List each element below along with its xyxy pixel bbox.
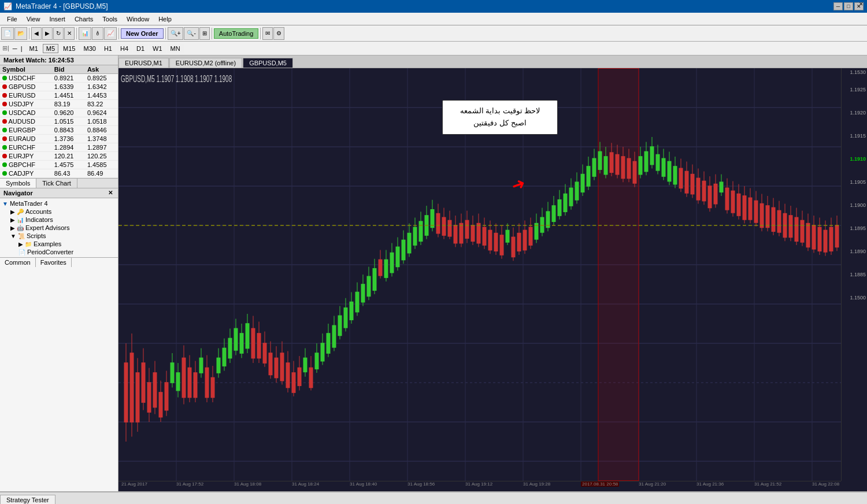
chart-tab-eurusd-m2[interactable]: EURUSD,M2 (offline) xyxy=(169,58,242,68)
accounts-folder-icon: 🔑 xyxy=(17,209,24,215)
symbol-cell: AUDUSD xyxy=(0,117,52,126)
tf-arrows-left: ⊞| xyxy=(2,45,9,52)
tf-m15[interactable]: M15 xyxy=(60,44,79,53)
bid-cell: 120.21 xyxy=(52,152,85,161)
col-bid: Bid xyxy=(52,65,85,74)
bid-cell: 86.43 xyxy=(52,169,85,178)
ask-cell: 1.2897 xyxy=(85,143,118,152)
time-label-highlighted: 2017.08.31 20:58 xyxy=(581,481,619,487)
market-table-row[interactable]: GBPUSD 1.6339 1.6342 xyxy=(0,83,118,91)
settings-button[interactable]: ⚙ xyxy=(273,27,284,40)
tf-w1[interactable]: W1 xyxy=(149,44,166,53)
strategy-tester-panel: Strategy Tester ✕ Expert Advisor: ▼ Expe… xyxy=(0,491,867,504)
tree-examples[interactable]: ▶ 📁 Examples xyxy=(17,240,117,248)
tree-accounts[interactable]: ▶ 🔑 Accounts xyxy=(9,207,117,216)
ask-cell: 0.8925 xyxy=(85,74,118,83)
menu-charts[interactable]: Charts xyxy=(70,14,98,24)
market-table-row[interactable]: AUDUSD 1.0515 1.0518 xyxy=(0,117,118,126)
ask-cell: 0.8846 xyxy=(85,126,118,135)
tf-h1[interactable]: H1 xyxy=(101,44,116,53)
zoom-in-button[interactable]: 🔍+ xyxy=(168,27,184,40)
bid-cell: 1.4451 xyxy=(52,91,85,100)
tree-label-period-converter: PeriodConverter xyxy=(27,249,73,255)
market-table-row[interactable]: USDCHF 0.8921 0.8925 xyxy=(0,74,118,83)
indicators-folder-icon: 📊 xyxy=(17,217,24,223)
price-label-1895: 1.1895 xyxy=(850,225,866,231)
symbol-cell: USDCAD xyxy=(0,109,52,117)
tree-period-converter[interactable]: 📄 PeriodConverter xyxy=(17,248,117,256)
maximize-button[interactable]: □ xyxy=(844,2,853,10)
zoom-out-button[interactable]: 🔍- xyxy=(184,27,198,40)
tab-favorites[interactable]: Favorites xyxy=(36,258,72,267)
market-table-row[interactable]: EURCHF 1.2894 1.2897 xyxy=(0,143,118,152)
new-order-button[interactable]: New Order xyxy=(121,28,164,39)
tree-label-scripts: Scripts xyxy=(27,232,46,239)
tab-common[interactable]: Common xyxy=(0,258,36,267)
menu-insert[interactable]: Insert xyxy=(45,14,70,24)
refresh-button[interactable]: ↻ xyxy=(53,27,64,40)
time-label-3: 31 Aug 18:08 xyxy=(234,481,261,487)
tester-close-button[interactable]: ✕ xyxy=(858,0,865,8)
minimize-button[interactable]: ─ xyxy=(833,2,843,10)
tf-mn[interactable]: MN xyxy=(167,44,184,53)
tf-m1[interactable]: M1 xyxy=(26,44,42,53)
tree-label-indicators: Indicators xyxy=(25,216,53,223)
market-table-row[interactable]: EURGBP 0.8843 0.8846 xyxy=(0,126,118,135)
chart-tab-gbpusd-m5[interactable]: GBPUSD,M5 xyxy=(243,58,293,68)
symbol-cell: USDJPY xyxy=(0,100,52,109)
market-table-row[interactable]: EURUSD 1.4451 1.4453 xyxy=(0,91,118,100)
price-label-1925: 1.1925 xyxy=(850,87,866,92)
tree-scripts[interactable]: ▼ 📜 Scripts xyxy=(9,232,117,240)
stop-button[interactable]: ✕ xyxy=(64,27,75,40)
candle-button[interactable]: 🕯 xyxy=(92,27,103,40)
window-title: MetaTrader 4 - [GBPUSD,M5] xyxy=(16,2,108,10)
tree-label-examples: Examples xyxy=(34,240,61,247)
menu-window[interactable]: Window xyxy=(122,14,154,24)
symbol-dot xyxy=(2,102,7,106)
autotrading-button[interactable]: AutoTrading xyxy=(214,28,259,39)
grid-button[interactable]: ⊞ xyxy=(199,27,210,40)
menu-view[interactable]: View xyxy=(22,14,45,24)
ask-cell: 1.3748 xyxy=(85,135,118,143)
tester-tab-label[interactable]: Strategy Tester xyxy=(0,495,55,504)
chart-bar-button[interactable]: 📊 xyxy=(79,27,91,40)
bid-cell: 0.8921 xyxy=(52,74,85,83)
ea-folder-icon: 🤖 xyxy=(17,225,24,231)
pc-icon: 📄 xyxy=(18,249,25,255)
time-label-2: 31 Aug 17:52 xyxy=(176,481,203,487)
tab-tick-chart[interactable]: Tick Chart xyxy=(36,179,77,188)
price-label-1530: 1.1530 xyxy=(850,69,866,75)
line-chart-button[interactable]: 📈 xyxy=(104,27,117,40)
mt4-icon: ▼ xyxy=(2,201,8,207)
chart-tab-eurusd-m1[interactable]: EURUSD,M1 xyxy=(118,58,169,68)
tf-h4[interactable]: H4 xyxy=(117,44,132,53)
market-table-row[interactable]: GBPCHF 1.4575 1.4585 xyxy=(0,161,118,169)
market-table-row[interactable]: EURAUD 1.3736 1.3748 xyxy=(0,135,118,143)
market-table-row[interactable]: USDJPY 83.19 83.22 xyxy=(0,100,118,109)
market-table-row[interactable]: CADJPY 86.43 86.49 xyxy=(0,169,118,178)
menu-tools[interactable]: Tools xyxy=(98,14,122,24)
symbol-cell: CADJPY xyxy=(0,169,52,178)
tf-m30[interactable]: M30 xyxy=(80,44,99,53)
tree-metatrader4[interactable]: ▼ MetaTrader 4 xyxy=(1,199,117,207)
tab-symbols[interactable]: Symbols xyxy=(0,179,36,188)
navigator-close-button[interactable]: ✕ xyxy=(106,190,114,197)
annotation-box: لاحظ توقيت بداية الشمعه اصبح كل دفيقتين xyxy=(442,100,558,135)
new-file-button[interactable]: 📄 xyxy=(1,27,14,40)
menu-file[interactable]: File xyxy=(2,14,22,24)
market-table-row[interactable]: EURJPY 120.21 120.25 xyxy=(0,152,118,161)
tree-expert-advisors[interactable]: ▶ 🤖 Expert Advisors xyxy=(9,224,117,232)
menu-help[interactable]: Help xyxy=(154,14,176,24)
line-tool[interactable]: ─ xyxy=(13,45,17,52)
market-table-row[interactable]: USDCAD 0.9620 0.9624 xyxy=(0,109,118,117)
tf-d1[interactable]: D1 xyxy=(133,44,148,53)
menu-bar: File View Insert Charts Tools Window Hel… xyxy=(0,13,867,25)
open-button[interactable]: 📂 xyxy=(14,27,27,40)
tree-indicators[interactable]: ▶ 📊 Indicators xyxy=(9,216,117,224)
email-button[interactable]: ✉ xyxy=(262,27,273,40)
forward-button[interactable]: ▶ xyxy=(42,27,53,40)
svg-rect-186 xyxy=(598,68,639,481)
tf-m5[interactable]: M5 xyxy=(43,44,58,53)
chart-canvas: GBPUSD,M5 1.1907 1.1908 1.1907 1.1908 1.… xyxy=(118,68,867,491)
back-button[interactable]: ◀ xyxy=(31,27,42,40)
